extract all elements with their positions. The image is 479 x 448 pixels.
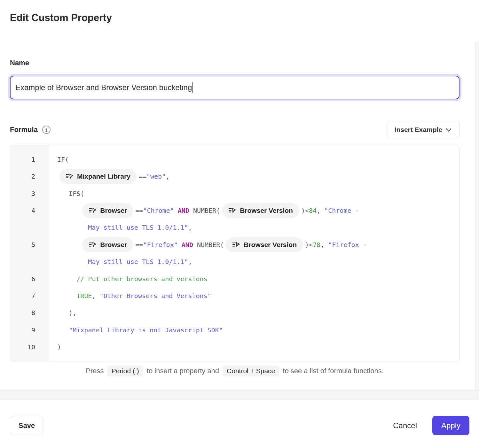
code-segment-op: == (139, 173, 146, 180)
code-segment-string: "Mixpanel Library is not Javascript SDK" (69, 326, 223, 334)
code-segment-plain (57, 258, 88, 266)
save-button[interactable]: Save (10, 416, 43, 435)
code-content: IF( (49, 156, 459, 163)
footer-divider-band (0, 390, 479, 400)
code-content: ) (49, 343, 459, 351)
info-icon[interactable]: i (42, 125, 51, 134)
name-input-value: Example of Browser and Browser Version b… (15, 83, 192, 92)
code-segment-plain (57, 326, 69, 334)
property-chip[interactable]: Browser Version (222, 203, 299, 218)
property-icon (66, 173, 74, 180)
code-segment-number: 78 (313, 241, 320, 249)
code-segment-plain (178, 241, 182, 249)
property-chip-label: Browser Version (244, 241, 297, 249)
code-line: 3 IFS( (10, 185, 459, 202)
line-number: 7 (10, 292, 49, 300)
code-segment-comment: // Put other browsers and versions (76, 275, 207, 283)
property-chip-label: Browser (100, 241, 127, 249)
svg-text:i: i (45, 127, 47, 133)
code-segment-plain: NUMBER( (189, 207, 220, 214)
code-segment-string: "web" (146, 173, 166, 180)
property-chip-label: Browser Version (240, 207, 293, 214)
code-segment-plain: , (188, 258, 192, 266)
property-icon (228, 207, 236, 214)
line-number: 1 (10, 156, 49, 163)
text-caret (192, 82, 193, 93)
code-line: 4 Browser=="Chrome" AND NUMBER(Browser V… (10, 202, 459, 219)
code-segment-plain (57, 292, 76, 300)
insert-example-button[interactable]: Insert Example (387, 121, 459, 138)
code-segment-op: == (135, 207, 143, 214)
code-segment-plain (174, 207, 178, 214)
property-chip-label: Browser (100, 207, 127, 214)
property-chip[interactable]: Mixpanel Library (59, 169, 137, 184)
code-segment-and: AND (182, 241, 193, 249)
line-number: 2 (10, 173, 49, 180)
line-number: 4 (10, 207, 49, 214)
formula-editor[interactable]: 1IF(2Mixpanel Library=="web",3 IFS(4 Bro… (10, 145, 459, 361)
name-input[interactable]: Example of Browser and Browser Version b… (10, 76, 459, 99)
formula-editor-lines: 1IF(2Mixpanel Library=="web",3 IFS(4 Bro… (10, 151, 459, 356)
formula-label-wrap: Formula i (10, 125, 51, 134)
code-segment-plain: , (320, 241, 328, 249)
code-segment-plain: IFS( (57, 190, 84, 197)
line-number: 10 (10, 343, 49, 351)
code-content: "Mixpanel Library is not Javascript SDK" (49, 326, 459, 334)
code-content: IFS( (49, 190, 459, 197)
code-segment-string: May still use TLS 1.0/1.1" (88, 224, 188, 231)
code-segment-plain: , (188, 224, 192, 231)
code-segment-op: == (135, 241, 143, 249)
insert-example-label: Insert Example (395, 126, 442, 134)
kbd-period: Period (.) (107, 366, 143, 376)
hint-suffix: to see a list of formula functions. (283, 367, 384, 375)
code-line: 1IF( (10, 151, 459, 168)
code-segment-plain: NUMBER( (193, 241, 224, 249)
code-segment-string: "Firefox - (328, 241, 366, 249)
code-segment-op: < (309, 241, 313, 249)
line-number: 8 (10, 309, 49, 317)
footer: Save Cancel Apply (10, 416, 469, 435)
code-content: TRUE, "Other Browsers and Versions" (49, 292, 459, 300)
property-chip[interactable]: Browser (82, 203, 133, 218)
code-line: 7 TRUE, "Other Browsers and Versions" (10, 287, 459, 304)
code-segment-plain: ) (301, 207, 305, 214)
code-segment-string: May still use TLS 1.0/1.1" (88, 258, 188, 266)
property-icon (89, 242, 97, 248)
line-number: 9 (10, 326, 49, 334)
code-segment-plain: ) (57, 343, 61, 351)
code-segment-true: TRUE (76, 292, 92, 300)
property-icon (89, 207, 97, 214)
scrollbar-track[interactable] (475, 42, 479, 390)
hint-middle: to insert a property and (147, 367, 219, 375)
code-line: May still use TLS 1.0/1.1", (10, 219, 459, 236)
code-segment-plain: , (166, 173, 169, 180)
code-line: 9 "Mixpanel Library is not Javascript SD… (10, 321, 459, 338)
code-segment-op: < (305, 207, 309, 214)
code-segment-plain: , (317, 207, 324, 214)
code-content: ), (49, 309, 459, 317)
code-segment-string: "Other Browsers and Versions" (99, 292, 211, 300)
apply-button[interactable]: Apply (432, 416, 469, 435)
property-icon (232, 242, 240, 248)
code-segment-plain: , (92, 292, 99, 300)
code-content: // Put other browsers and versions (49, 275, 459, 283)
cancel-button[interactable]: Cancel (391, 421, 419, 430)
code-segment-plain (57, 241, 80, 249)
property-chip[interactable]: Browser Version (226, 237, 303, 252)
property-chip-label: Mixpanel Library (77, 173, 130, 180)
code-segment-number: 84 (309, 207, 317, 214)
name-label: Name (10, 59, 459, 67)
chevron-down-icon (446, 126, 452, 134)
code-segment-plain (57, 224, 88, 231)
property-chip[interactable]: Browser (82, 237, 133, 252)
code-line: May still use TLS 1.0/1.1", (10, 253, 459, 270)
code-segment-plain: ) (305, 241, 309, 249)
edit-custom-property-dialog: Edit Custom Property Name Example of Bro… (0, 0, 479, 376)
code-line: 6 // Put other browsers and versions (10, 270, 459, 287)
code-segment-string: "Firefox" (143, 241, 177, 249)
line-number: 5 (10, 241, 49, 249)
code-segment-plain (57, 275, 76, 283)
kbd-control-space: Control + Space (223, 366, 279, 376)
code-segment-plain: IF( (57, 156, 69, 163)
formula-label: Formula (10, 126, 38, 134)
